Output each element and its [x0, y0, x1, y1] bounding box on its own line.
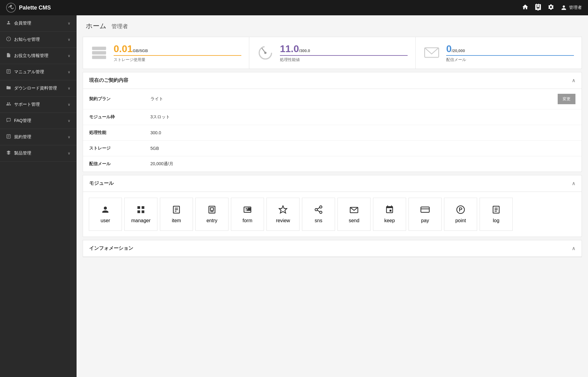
page-header: ホーム 管理者	[77, 15, 588, 34]
module-sns[interactable]: sns	[302, 198, 335, 231]
contract-row-module: モジュール枠 3スロット	[83, 109, 582, 125]
pay-module-icon	[420, 205, 430, 215]
sidebar-item-manual[interactable]: マニュアル管理 ∨	[0, 64, 77, 80]
module-log-label: log	[493, 218, 499, 223]
module-form[interactable]: form	[231, 198, 264, 231]
sidebar-item-product[interactable]: 製品管理 ∨	[0, 145, 77, 162]
form-module-icon	[243, 205, 252, 215]
main-content: ホーム 管理者 0.01GB/5GB ストレージ使用量	[77, 15, 588, 377]
sns-module-icon	[314, 205, 323, 215]
storage-info: 0.01GB/5GB ストレージ使用量	[114, 43, 241, 63]
contract-plan-label: 契約プラン	[89, 96, 150, 102]
svg-text:P: P	[459, 207, 462, 213]
log-module-icon	[492, 205, 501, 215]
module-sns-label: sns	[315, 218, 322, 223]
module-pay[interactable]: pay	[409, 198, 442, 231]
modules-section: モジュール ∧ user manager	[83, 175, 582, 237]
modules-collapse-btn[interactable]: ∧	[572, 181, 575, 186]
contract-collapse-btn[interactable]: ∧	[572, 78, 575, 83]
info-collapse-btn[interactable]: ∧	[572, 246, 575, 251]
module-item-label: item	[172, 218, 181, 223]
sidebar-item-download[interactable]: ダウンロード資料管理 ∨	[0, 80, 77, 97]
sidebar-label-manual: マニュアル管理	[14, 69, 44, 75]
chevron-useful: ∨	[68, 54, 70, 58]
contract-storage-value: 5GB	[150, 146, 575, 151]
svg-rect-16	[92, 51, 106, 55]
mail-label: 配信メール	[446, 57, 574, 63]
svg-rect-35	[248, 208, 250, 209]
contract-mail-value: 20,000通/月	[150, 161, 575, 167]
logo: Palette CMS	[6, 3, 51, 13]
svg-rect-23	[142, 206, 145, 209]
stat-storage: 0.01GB/5GB ストレージ使用量	[83, 37, 249, 69]
member-icon	[6, 20, 11, 26]
module-keep[interactable]: keep	[373, 198, 406, 231]
mail-info: 0/20,000 配信メール	[446, 43, 574, 63]
performance-label: 処理性能値	[280, 57, 408, 63]
module-review[interactable]: review	[266, 198, 300, 231]
svg-rect-45	[421, 207, 429, 212]
module-log[interactable]: log	[480, 198, 513, 231]
contract-row-mail: 配信メール 20,000通/月	[83, 156, 582, 172]
svg-rect-25	[138, 211, 140, 213]
modules-title: モジュール	[89, 180, 114, 187]
sidebar-item-faq[interactable]: FAQ管理 ∨	[0, 113, 77, 129]
sidebar-label-support: サポート管理	[14, 102, 40, 107]
module-point-label: point	[455, 218, 466, 223]
manager-module-icon	[136, 205, 145, 215]
module-send[interactable]: send	[337, 198, 371, 231]
point-module-icon: P	[456, 205, 465, 215]
sidebar-item-member[interactable]: 会員管理 ∨	[0, 15, 77, 32]
module-point[interactable]: P point	[444, 198, 477, 231]
header-actions: 管理者	[522, 4, 582, 12]
home-icon[interactable]	[522, 4, 529, 12]
stat-performance: 11.0/300.0 処理性能値	[249, 37, 416, 69]
useful-icon	[6, 53, 11, 59]
logo-text: Palette CMS	[19, 5, 51, 11]
information-section: インフォメーション ∧	[83, 240, 582, 257]
module-user[interactable]: user	[89, 198, 122, 231]
sidebar-item-notice[interactable]: お知らせ管理 ∨	[0, 32, 77, 48]
book-icon[interactable]	[535, 4, 541, 12]
sidebar-item-useful[interactable]: お役立ち情報管理 ∨	[0, 48, 77, 64]
storage-icon	[91, 44, 107, 62]
mail-icon	[423, 44, 440, 62]
contract-section: 現在のご契約内容 ∧ 契約プラン ライト 変更 モジュール枠 3スロット 処理性…	[83, 72, 582, 172]
modules-grid: user manager item	[83, 192, 582, 237]
sidebar-item-rules[interactable]: 規約管理 ∨	[0, 129, 77, 145]
svg-rect-30	[209, 206, 215, 213]
svg-rect-31	[210, 208, 213, 211]
svg-point-20	[264, 52, 266, 54]
sidebar-item-support[interactable]: サポート管理 ∨	[0, 97, 77, 113]
gear-icon[interactable]	[548, 4, 554, 12]
svg-point-1	[10, 5, 12, 7]
contract-perf-value: 300.0	[150, 130, 575, 135]
info-section-header: インフォメーション ∧	[83, 240, 582, 257]
svg-point-4	[8, 40, 9, 40]
module-entry[interactable]: entry	[195, 198, 228, 231]
contract-module-label: モジュール枠	[89, 114, 150, 120]
svg-point-39	[320, 206, 322, 208]
rules-icon	[6, 134, 11, 140]
svg-rect-17	[92, 56, 106, 59]
sidebar-label-faq: FAQ管理	[14, 118, 31, 124]
chevron-download: ∨	[68, 86, 70, 90]
module-manager[interactable]: manager	[124, 198, 157, 231]
svg-rect-15	[92, 47, 106, 50]
product-icon	[6, 150, 11, 156]
svg-line-42	[317, 210, 320, 212]
user-menu[interactable]: 管理者	[560, 4, 582, 11]
review-module-icon	[278, 205, 288, 215]
module-entry-label: entry	[206, 218, 217, 223]
sidebar-label-rules: 規約管理	[14, 134, 31, 140]
module-item[interactable]: item	[160, 198, 193, 231]
gauge-icon	[257, 44, 274, 62]
storage-value: 0.01GB/5GB	[114, 43, 241, 56]
support-icon	[6, 101, 11, 108]
module-keep-label: keep	[384, 218, 395, 223]
send-module-icon	[349, 205, 359, 215]
change-plan-button[interactable]: 変更	[558, 94, 575, 104]
chevron-member: ∨	[68, 21, 70, 25]
stat-mail: 0/20,000 配信メール	[416, 37, 582, 69]
storage-label: ストレージ使用量	[114, 57, 241, 63]
